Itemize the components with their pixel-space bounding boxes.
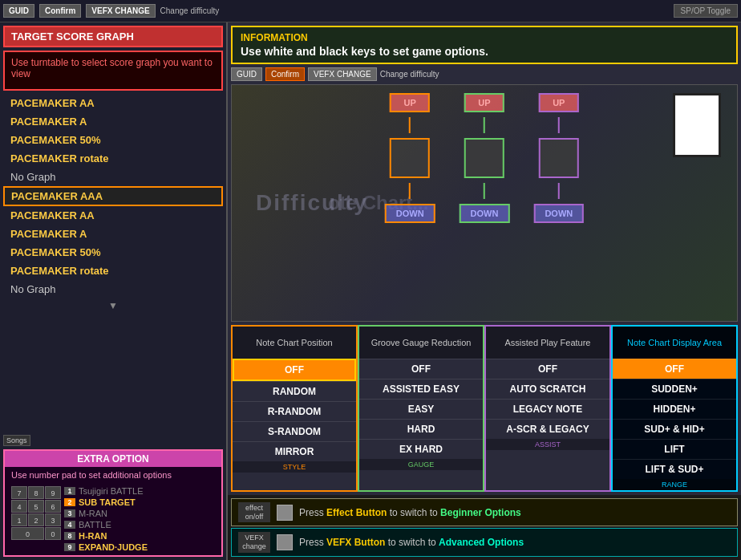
updown-col-green: UP DOWN: [460, 93, 510, 223]
sg-item-pacemaker-rotate1[interactable]: PACEMAKER rotate: [3, 149, 223, 168]
numpad-0a[interactable]: 0: [11, 527, 44, 540]
confirm-button[interactable]: Confirm: [39, 4, 81, 18]
sg-item-pacemaker-a1[interactable]: PACEMAKER A: [3, 112, 223, 131]
opt-btn-ncp-off[interactable]: OFF: [233, 359, 356, 381]
extra-opt-num-3: 3: [64, 509, 75, 517]
up-btn-orange[interactable]: UP: [390, 93, 430, 112]
extra-option-info: Use number pad to set additional options: [5, 467, 221, 483]
numpad-6[interactable]: 6: [45, 500, 61, 513]
score-graph-list[interactable]: PACEMAKER AA PACEMAKER A PACEMAKER 50% P…: [3, 94, 223, 435]
numpad-0b[interactable]: 0: [45, 527, 61, 540]
opt-btn-gg-easy[interactable]: EASY: [359, 399, 483, 419]
effect-row-text: Press Effect Button to switch to Beginne…: [299, 507, 521, 518]
opt-btn-gg-assisted-easy[interactable]: ASSISTED EASY: [359, 379, 483, 399]
opt-btn-gg-hard[interactable]: HARD: [359, 419, 483, 439]
up-btn-green[interactable]: UP: [464, 93, 504, 112]
extra-opt-num-2: 2: [64, 498, 75, 506]
sg-item-pacemaker-50-1[interactable]: PACEMAKER 50%: [3, 131, 223, 149]
opt-footer-gauge: GAUGE: [359, 459, 483, 470]
sg-item-pacemaker-50-2[interactable]: PACEMAKER 50%: [3, 243, 223, 262]
extra-option-header: EXTRA OPTION: [5, 451, 221, 467]
connector-green: [484, 117, 485, 133]
opt-header-assisted-play: Assisted Play Feature: [486, 327, 609, 359]
opt-btn-ncp-random[interactable]: RANDOM: [233, 381, 356, 401]
extra-opt-label-battle: BATTLE: [79, 520, 111, 530]
left-panel: TARGET SCORE GRAPH Use turntable to sele…: [0, 22, 228, 560]
up-btn-purple[interactable]: UP: [539, 93, 579, 112]
opt-btn-ncp-mirror[interactable]: MIRROR: [233, 441, 356, 461]
opt-btn-ncd-sud-hid[interactable]: SUD+ & HID+: [613, 419, 736, 439]
opt-footer-style: STYLE: [233, 461, 356, 473]
options-panel: Note Chart Position OFF RANDOM R-RANDOM …: [231, 325, 738, 492]
opt-btn-ncd-lift-sud[interactable]: LIFT & SUD+: [613, 459, 736, 479]
songs-label: Songs: [3, 435, 30, 446]
ctrl-vefx-button[interactable]: VEFX CHANGE: [308, 67, 377, 81]
numpad-2[interactable]: 2: [28, 513, 44, 526]
extra-option-section: EXTRA OPTION Use number pad to set addit…: [3, 449, 223, 557]
extra-opt-label-tsujigiri: Tsujigiri BATTLE: [79, 486, 143, 496]
game-area: Difficulty ote Chart... UP DOWN UP: [231, 84, 738, 322]
down-btn-purple[interactable]: DOWN: [533, 204, 584, 223]
connector-orange: [409, 117, 411, 133]
sp-op-toggle-button[interactable]: SP/OP Toggle: [674, 4, 738, 18]
vefx-change-button[interactable]: VEFX CHANGE: [86, 4, 155, 18]
control-header: GUID Confirm VEFX CHANGE Change difficul…: [231, 67, 738, 81]
opt-btn-ap-auto-scratch[interactable]: AUTO SCRATCH: [486, 379, 609, 399]
vefx-square[interactable]: [277, 534, 293, 550]
effect-square[interactable]: [277, 505, 293, 521]
opt-btn-ncd-off[interactable]: OFF: [613, 359, 736, 379]
opt-btn-ap-ascr-legacy[interactable]: A-SCR & LEGACY: [486, 419, 609, 439]
sg-item-pacemaker-aa2[interactable]: PACEMAKER AA: [3, 206, 223, 225]
top-bar-right: SP/OP Toggle: [674, 4, 738, 18]
top-bar: GUID Confirm VEFX CHANGE Change difficul…: [0, 0, 741, 22]
center-area: INFORMATION Use white and black keys to …: [228, 22, 741, 560]
numpad-4[interactable]: 4: [11, 500, 27, 513]
songs-row: Songs □ 1: [0, 435, 226, 446]
connector-purple2: [558, 183, 560, 199]
opt-btn-ap-off[interactable]: OFF: [486, 359, 609, 379]
guid-button[interactable]: GUID: [3, 4, 34, 18]
opt-btn-ap-legacy-note[interactable]: LEGACY NOTE: [486, 399, 609, 419]
extra-opt-num-4: 4: [64, 521, 75, 529]
opt-btn-ncd-hidden[interactable]: HIDDEN+: [613, 399, 736, 419]
sg-item-pacemaker-a2[interactable]: PACEMAKER A: [3, 225, 223, 243]
ctrl-guid-button[interactable]: GUID: [231, 67, 262, 81]
bottom-bar: effecton/off Press Effect Button to swit…: [228, 495, 741, 560]
opt-btn-gg-off[interactable]: OFF: [359, 359, 483, 379]
change-difficulty-label: Change difficulty: [160, 6, 220, 15]
numpad-8[interactable]: 8: [28, 486, 44, 499]
sg-item-no-graph1[interactable]: No Graph: [3, 168, 223, 186]
numpad-1[interactable]: 1: [11, 513, 27, 526]
opt-col-note-chart-position: Note Chart Position OFF RANDOM R-RANDOM …: [231, 325, 358, 492]
sg-item-no-graph2[interactable]: No Graph: [3, 280, 223, 298]
numpad-9[interactable]: 9: [45, 486, 61, 499]
sg-item-pacemaker-rotate2[interactable]: PACEMAKER rotate: [3, 262, 223, 280]
opt-btn-ncd-lift[interactable]: LIFT: [613, 439, 736, 459]
extra-opt-num-9: 9: [64, 543, 75, 551]
opt-footer-range: RANGE: [613, 479, 736, 490]
numpad-7[interactable]: 7: [11, 486, 27, 499]
sg-item-pacemaker-aaa[interactable]: PACEMAKER AAA: [3, 186, 223, 206]
numpad-5[interactable]: 5: [28, 500, 44, 513]
down-btn-green[interactable]: DOWN: [460, 204, 510, 223]
green-display: [464, 138, 504, 178]
opt-btn-ncd-sudden[interactable]: SUDDEN+: [613, 379, 736, 399]
updown-col-purple: UP DOWN: [533, 93, 584, 223]
extra-opt-label-subtarget: SUB TARGET: [79, 497, 136, 507]
extra-opt-battle: 4 BATTLE: [64, 520, 215, 530]
vefx-row: VEFXchange Press VEFX Button to switch t…: [231, 528, 738, 557]
updown-col-orange: UP DOWN: [385, 93, 435, 223]
opt-btn-gg-ex-hard[interactable]: EX HARD: [359, 439, 483, 459]
extra-opt-subtarget: 2 SUB TARGET: [64, 497, 215, 507]
numpad-3[interactable]: 3: [45, 513, 61, 526]
orange-display: [390, 138, 430, 178]
scroll-down-arrow: ▼: [3, 298, 223, 313]
extra-opt-hran: 8 H-RAN: [64, 531, 215, 541]
opt-btn-ncp-rrandom[interactable]: R-RANDOM: [233, 401, 356, 421]
ctrl-confirm-button[interactable]: Confirm: [265, 67, 305, 81]
opt-btn-ncp-srandom[interactable]: S-RANDOM: [233, 421, 356, 441]
sg-item-pacemaker-aa1[interactable]: PACEMAKER AA: [3, 94, 223, 112]
tsg-header: TARGET SCORE GRAPH: [3, 26, 223, 47]
down-btn-orange[interactable]: DOWN: [385, 204, 435, 223]
purple-display: [539, 138, 579, 178]
